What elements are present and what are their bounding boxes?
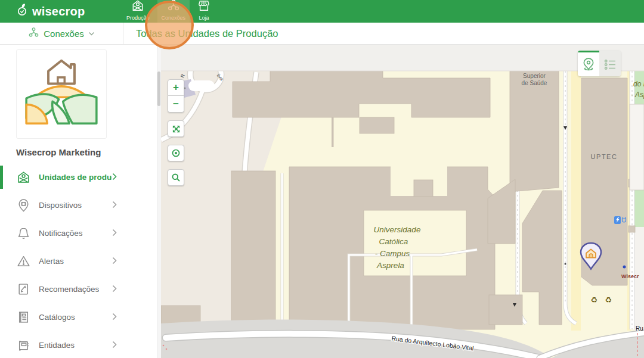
app-window: wisecrop Produção	[0, 0, 644, 358]
map-label-edge: do P	[633, 80, 644, 88]
map-label-university: Universidade	[374, 225, 421, 234]
sidebar-item-recomendacoes[interactable]: Recomendações	[0, 275, 157, 303]
org-logo[interactable]	[16, 49, 107, 139]
navbar-tabs: Produção Conexões	[122, 0, 215, 23]
sidebar-item-entidades[interactable]: Entidades	[0, 331, 157, 358]
tab-label: Conexões	[162, 15, 186, 21]
production-unit-icon	[17, 170, 31, 185]
sidebar-item-label: Dispositivos	[39, 201, 82, 210]
chevron-right-icon	[112, 256, 117, 267]
sidebar-item-label: Notificações	[39, 229, 83, 238]
network-nodes-icon	[28, 27, 39, 41]
sidebar-item-label: Alertas	[39, 257, 64, 266]
recycling-icon: ♻	[605, 295, 612, 304]
map-label: Superior	[523, 73, 546, 79]
tab-conexoes[interactable]: Conexões	[157, 0, 190, 23]
sidebar-item-dispositivos[interactable]: Dispositivos	[0, 191, 157, 219]
greenhouse-icon	[131, 0, 144, 14]
sidebar-item-unidades-de-producao[interactable]: Unidades de produção	[0, 163, 157, 191]
sidebar-menu: Unidades de produção	[0, 163, 157, 358]
chevron-right-icon	[112, 172, 117, 183]
top-navbar: wisecrop Produção	[0, 0, 644, 23]
note-pencil-icon	[17, 282, 31, 297]
chevron-down-icon	[88, 28, 95, 39]
sidebar-scrollbar[interactable]	[157, 45, 161, 358]
sidebar-item-label: Catálogos	[39, 313, 75, 322]
context-label: Conexões	[44, 29, 84, 39]
map-controls: + −	[168, 79, 184, 186]
sidebar-item-alertas[interactable]: Alertas	[0, 247, 157, 275]
entity-building-icon	[17, 338, 31, 353]
subheader: Conexões Todas as Unidades de Produção	[0, 23, 644, 45]
map-panel: ♻ ♻ Superior de Saúde UPTEC Universidade…	[161, 45, 644, 358]
zoom-in-button[interactable]: +	[168, 79, 184, 96]
tab-loja[interactable]: Loja	[193, 0, 215, 23]
view-toggle	[578, 51, 621, 76]
device-pin-icon	[17, 198, 31, 213]
map-view-button[interactable]	[578, 51, 599, 76]
brand-name: wisecrop	[32, 5, 85, 18]
sidebar-item-label: Recomendações	[39, 285, 99, 294]
list-view-button[interactable]	[599, 51, 621, 76]
sidebar-item-notificacoes[interactable]: Notificações	[0, 219, 157, 247]
map-label: de Saúde	[522, 80, 547, 86]
search-button[interactable]	[168, 169, 184, 186]
wisecrop-logo-icon	[16, 3, 29, 20]
chevron-right-icon	[112, 228, 117, 239]
map-label-uptec: UPTEC	[591, 153, 618, 160]
brand[interactable]: wisecrop	[0, 0, 122, 23]
map-label-university: Católica	[379, 237, 408, 246]
chevron-right-icon	[112, 284, 117, 295]
catalog-icon	[17, 310, 31, 325]
bell-icon	[17, 226, 31, 241]
map-label-university: - Campus	[375, 249, 410, 258]
sidebar-item-catalogos[interactable]: Catálogos	[0, 303, 157, 331]
map-label-edge: - Asp	[631, 91, 644, 99]
tab-label: Loja	[199, 15, 209, 21]
context-switcher[interactable]: Conexões	[0, 23, 123, 44]
warning-triangle-icon	[17, 254, 31, 269]
sidebar: Wisecrop Marketing Unidades de produção	[0, 45, 161, 358]
chevron-right-icon	[112, 340, 117, 351]
org-name: Wisecrop Marketing	[16, 147, 157, 157]
network-nodes-icon	[167, 0, 180, 14]
recycling-icon: ♻	[590, 295, 597, 304]
sidebar-item-label: Unidades de produção	[39, 173, 112, 182]
shop-icon	[197, 0, 210, 14]
zoom-out-button[interactable]: −	[168, 96, 184, 113]
chevron-right-icon	[112, 200, 117, 211]
fullscreen-button[interactable]	[168, 120, 184, 137]
page-title: Todas as Unidades de Produção	[123, 23, 278, 44]
map-label-street-right: Ru	[636, 325, 643, 332]
tab-producao[interactable]: Produção	[122, 0, 154, 23]
scrollbar-thumb[interactable]	[157, 71, 160, 106]
tab-label: Produção	[126, 15, 150, 21]
locate-button[interactable]	[168, 145, 184, 161]
sidebar-item-label: Entidades	[39, 341, 75, 350]
map-label-poi-wisecrop: Wisecr	[621, 273, 639, 279]
chevron-right-icon	[112, 312, 117, 323]
map-canvas[interactable]: ♻ ♻ Superior de Saúde UPTEC Universidade…	[161, 45, 644, 358]
map-label-university: Asprela	[376, 261, 404, 270]
